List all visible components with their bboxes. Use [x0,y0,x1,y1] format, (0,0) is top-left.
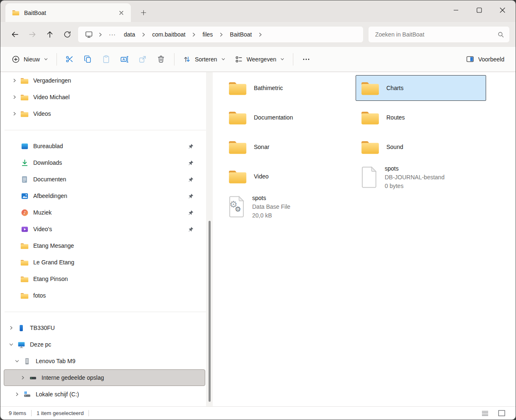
maximize-button[interactable] [467,0,491,20]
sidebar-item-label: Video Michael [33,94,70,100]
minimize-icon [453,7,459,13]
sidebar-item-tb330fu[interactable]: TB330FU [4,320,205,336]
details-view-button[interactable] [480,409,490,418]
close-icon [500,7,505,13]
breadcrumb-item-com-baitboat[interactable]: com.baitboat [148,29,189,39]
new-button[interactable]: Nieuw [7,51,53,68]
forward-button[interactable] [24,26,41,43]
sidebar-divider [0,122,213,138]
sidebar-item-vergaderingen[interactable]: Vergaderingen [4,72,205,89]
folder-icon [20,292,29,299]
chevron-down-icon [221,57,226,61]
breadcrumb: ··· data com.baitboat files BaitBoat [78,26,364,43]
preview-button[interactable]: Voorbeeld [461,51,509,68]
sidebar-item-etang-mesange[interactable]: Etang Mesange [4,237,205,254]
sidebar-item-deze-pc[interactable]: Deze pc [4,336,205,353]
toolbar-separator [293,53,293,66]
sidebar-item-videos-library[interactable]: Video's [4,221,205,237]
close-window-button[interactable] [491,0,514,20]
file-tile-video[interactable]: Video [223,164,350,189]
sort-button[interactable]: Sorteren [178,51,230,68]
new-button-label: Nieuw [24,56,40,63]
minimize-button[interactable] [444,0,467,20]
sidebar-item-videos[interactable]: Videos [4,105,205,122]
breadcrumb-item-files[interactable]: files [199,29,216,39]
sidebar-item-interne-gedeelde-opslag[interactable]: Interne gedeelde opslag [4,369,205,386]
large-icons-view-button[interactable] [496,409,506,418]
chevron-right-icon[interactable] [12,111,17,116]
breadcrumb-item-baitboat[interactable]: BaitBoat [226,29,256,39]
sidebar-item-le-grand-etang[interactable]: Le Grand Etang [4,254,205,271]
explorer-tab[interactable]: BaitBoat [5,3,131,22]
search-icon [497,31,504,38]
file-tile-spots-db[interactable]: ⚙ ⚙ spots Data Base File 20,0 kB [223,193,350,220]
file-tile-sonar[interactable]: Sonar [223,134,350,160]
sidebar-item-etang-pinson[interactable]: Etang Pinson [4,271,205,287]
tablet-icon [22,357,32,365]
chevron-right-icon[interactable] [20,375,25,380]
sidebar-item-label: Etang Mesange [33,242,74,249]
preview-button-label: Voorbeeld [478,56,504,63]
refresh-button[interactable] [59,26,76,43]
cut-button[interactable] [61,51,79,68]
svg-text:A: A [122,57,125,61]
clipboard-icon [102,55,111,63]
sidebar-item-downloads[interactable]: Downloads [4,154,205,171]
chevron-right-icon[interactable] [8,325,14,330]
sidebar-item-afbeeldingen[interactable]: Afbeeldingen [4,188,205,204]
chevron-right-icon[interactable] [12,95,17,100]
share-button[interactable] [134,51,152,68]
view-button[interactable]: Weergeven [230,51,289,68]
breadcrumb-this-pc-button[interactable] [82,29,96,40]
preview-pane-icon [466,55,474,63]
breadcrumb-item-data[interactable]: data [120,29,139,39]
view-button-label: Weergeven [247,56,276,63]
chevron-down-icon[interactable] [14,359,20,364]
sidebar-item-lokale-schijf-c[interactable]: Lokale schijf (C:) [4,386,205,403]
sidebar-item-lenovo-tab-m9[interactable]: Lenovo Tab M9 [4,353,205,369]
breadcrumb-chevron-icon[interactable] [96,32,105,37]
breadcrumb-chevron-icon[interactable] [217,32,226,37]
file-tile-documentation[interactable]: Documentation [223,105,350,130]
breadcrumb-chevron-icon[interactable] [139,32,148,37]
chevron-down-icon[interactable] [8,342,14,347]
file-tile-charts-selected[interactable]: Charts [356,75,486,101]
sidebar-item-video-michael[interactable]: Video Michael [4,89,205,105]
up-button[interactable] [41,26,59,43]
more-options-button[interactable] [297,51,315,68]
copy-button[interactable] [79,51,97,68]
sidebar-scrollbar-thumb[interactable] [209,221,211,402]
maximize-icon [477,7,482,13]
explorer-body: Vergaderingen Video Michael Videos Burea… [0,72,516,406]
search-input[interactable] [374,31,497,38]
breadcrumb-overflow-button[interactable]: ··· [105,29,120,39]
sidebar-divider [0,304,213,320]
file-name: Routes [386,114,405,121]
sidebar-item-label: Vergaderingen [33,77,71,84]
chevron-right-icon[interactable] [12,78,17,83]
refresh-icon [63,30,71,39]
file-tile-spots-journal[interactable]: spots DB-JOURNAL-bestand 0 bytes [356,164,486,191]
sidebar-item-documenten[interactable]: Documenten [4,171,205,188]
sidebar-item-fotos[interactable]: fotos [4,287,205,304]
chevron-right-icon[interactable] [14,392,20,397]
folder-icon [361,139,380,155]
sidebar-item-bureaublad[interactable]: Bureaublad [4,138,205,154]
share-icon [138,55,147,63]
file-tile-sound[interactable]: Sound [356,134,486,160]
paste-button[interactable] [97,51,115,68]
file-tile-routes[interactable]: Routes [356,105,486,130]
delete-button[interactable] [152,51,170,68]
file-tile-bathimetric[interactable]: Bathimetric [223,75,350,101]
back-button[interactable] [6,26,24,43]
new-tab-button[interactable] [137,6,150,19]
file-name: spots [385,164,445,173]
tab-close-button[interactable] [115,7,128,19]
file-name: Sound [386,144,403,150]
breadcrumb-chevron-icon[interactable] [189,32,198,37]
rename-button[interactable]: A [115,51,134,68]
document-icon [20,176,29,183]
ellipsis-icon [302,56,310,63]
sidebar-item-muziek[interactable]: ♪ Muziek [4,204,205,221]
breadcrumb-chevron-icon[interactable] [256,32,265,37]
